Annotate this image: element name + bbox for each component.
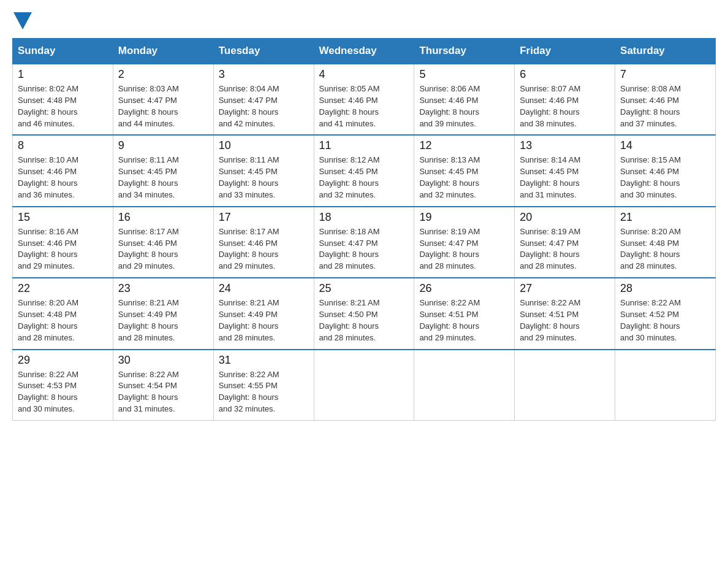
day-info: Sunrise: 8:02 AMSunset: 4:48 PMDaylight:… [18,83,108,129]
day-info: Sunrise: 8:04 AMSunset: 4:47 PMDaylight:… [219,83,309,129]
calendar-day-cell: 31Sunrise: 8:22 AMSunset: 4:55 PMDayligh… [213,350,314,421]
calendar-day-cell [615,350,716,421]
day-number: 3 [219,68,309,81]
weekday-header-thursday: Thursday [414,39,515,64]
day-info: Sunrise: 8:03 AMSunset: 4:47 PMDaylight:… [118,83,208,129]
calendar-day-cell: 21Sunrise: 8:20 AMSunset: 4:48 PMDayligh… [615,207,716,278]
day-info: Sunrise: 8:16 AMSunset: 4:46 PMDaylight:… [18,226,108,272]
day-info: Sunrise: 8:20 AMSunset: 4:48 PMDaylight:… [620,226,710,272]
calendar-day-cell: 11Sunrise: 8:12 AMSunset: 4:45 PMDayligh… [314,135,414,206]
weekday-header-wednesday: Wednesday [314,39,414,64]
calendar-day-cell: 15Sunrise: 8:16 AMSunset: 4:46 PMDayligh… [13,207,113,278]
day-number: 30 [118,354,208,367]
calendar-day-cell: 20Sunrise: 8:19 AMSunset: 4:47 PMDayligh… [515,207,615,278]
calendar-day-cell: 6Sunrise: 8:07 AMSunset: 4:46 PMDaylight… [515,64,615,135]
calendar-day-cell: 25Sunrise: 8:21 AMSunset: 4:50 PMDayligh… [314,278,414,349]
calendar-day-cell: 1Sunrise: 8:02 AMSunset: 4:48 PMDaylight… [13,64,113,135]
day-info: Sunrise: 8:22 AMSunset: 4:53 PMDaylight:… [18,369,108,415]
logo [12,12,32,32]
day-number: 17 [219,211,309,224]
day-number: 20 [520,211,610,224]
day-info: Sunrise: 8:21 AMSunset: 4:49 PMDaylight:… [219,297,309,343]
weekday-header-saturday: Saturday [615,39,716,64]
day-info: Sunrise: 8:06 AMSunset: 4:46 PMDaylight:… [419,83,509,129]
day-info: Sunrise: 8:22 AMSunset: 4:51 PMDaylight:… [520,297,610,343]
day-info: Sunrise: 8:22 AMSunset: 4:55 PMDaylight:… [219,369,309,415]
day-info: Sunrise: 8:21 AMSunset: 4:50 PMDaylight:… [319,297,409,343]
weekday-header-sunday: Sunday [13,39,113,64]
day-number: 22 [18,282,108,295]
calendar-day-cell [414,350,515,421]
calendar-day-cell: 30Sunrise: 8:22 AMSunset: 4:54 PMDayligh… [113,350,213,421]
day-info: Sunrise: 8:12 AMSunset: 4:45 PMDaylight:… [319,155,409,201]
day-number: 26 [419,282,509,295]
day-info: Sunrise: 8:19 AMSunset: 4:47 PMDaylight:… [419,226,509,272]
day-number: 31 [219,354,309,367]
calendar-day-cell: 12Sunrise: 8:13 AMSunset: 4:45 PMDayligh… [414,135,515,206]
day-info: Sunrise: 8:07 AMSunset: 4:46 PMDaylight:… [520,83,610,129]
day-number: 7 [620,68,710,81]
calendar-day-cell: 9Sunrise: 8:11 AMSunset: 4:45 PMDaylight… [113,135,213,206]
day-number: 15 [18,211,108,224]
day-number: 12 [419,139,509,152]
calendar-day-cell [314,350,414,421]
calendar-day-cell: 2Sunrise: 8:03 AMSunset: 4:47 PMDaylight… [113,64,213,135]
calendar-day-cell: 27Sunrise: 8:22 AMSunset: 4:51 PMDayligh… [515,278,615,349]
calendar-day-cell: 17Sunrise: 8:17 AMSunset: 4:46 PMDayligh… [213,207,314,278]
day-info: Sunrise: 8:17 AMSunset: 4:46 PMDaylight:… [219,226,309,272]
svg-marker-0 [13,12,32,29]
calendar-day-cell: 16Sunrise: 8:17 AMSunset: 4:46 PMDayligh… [113,207,213,278]
calendar-day-cell: 5Sunrise: 8:06 AMSunset: 4:46 PMDaylight… [414,64,515,135]
day-number: 9 [118,139,208,152]
weekday-header-tuesday: Tuesday [213,39,314,64]
day-number: 24 [219,282,309,295]
calendar-day-cell: 7Sunrise: 8:08 AMSunset: 4:46 PMDaylight… [615,64,716,135]
day-number: 16 [118,211,208,224]
calendar-day-cell: 26Sunrise: 8:22 AMSunset: 4:51 PMDayligh… [414,278,515,349]
day-number: 10 [219,139,309,152]
day-number: 21 [620,211,710,224]
calendar-week-row: 1Sunrise: 8:02 AMSunset: 4:48 PMDaylight… [13,64,716,135]
calendar-day-cell: 19Sunrise: 8:19 AMSunset: 4:47 PMDayligh… [414,207,515,278]
day-number: 28 [620,282,710,295]
day-info: Sunrise: 8:22 AMSunset: 4:54 PMDaylight:… [118,369,208,415]
calendar-day-cell: 13Sunrise: 8:14 AMSunset: 4:45 PMDayligh… [515,135,615,206]
calendar-week-row: 15Sunrise: 8:16 AMSunset: 4:46 PMDayligh… [13,207,716,278]
calendar-day-cell: 22Sunrise: 8:20 AMSunset: 4:48 PMDayligh… [13,278,113,349]
day-info: Sunrise: 8:21 AMSunset: 4:49 PMDaylight:… [118,297,208,343]
calendar-day-cell: 8Sunrise: 8:10 AMSunset: 4:46 PMDaylight… [13,135,113,206]
calendar-week-row: 22Sunrise: 8:20 AMSunset: 4:48 PMDayligh… [13,278,716,349]
day-info: Sunrise: 8:14 AMSunset: 4:45 PMDaylight:… [520,155,610,201]
day-info: Sunrise: 8:08 AMSunset: 4:46 PMDaylight:… [620,83,710,129]
day-number: 25 [319,282,409,295]
day-info: Sunrise: 8:11 AMSunset: 4:45 PMDaylight:… [219,155,309,201]
calendar-day-cell: 28Sunrise: 8:22 AMSunset: 4:52 PMDayligh… [615,278,716,349]
day-info: Sunrise: 8:22 AMSunset: 4:51 PMDaylight:… [419,297,509,343]
day-number: 6 [520,68,610,81]
day-info: Sunrise: 8:05 AMSunset: 4:46 PMDaylight:… [319,83,409,129]
day-info: Sunrise: 8:20 AMSunset: 4:48 PMDaylight:… [18,297,108,343]
calendar-day-cell: 4Sunrise: 8:05 AMSunset: 4:46 PMDaylight… [314,64,414,135]
day-number: 8 [18,139,108,152]
page-header [12,12,716,32]
day-number: 13 [520,139,610,152]
day-number: 18 [319,211,409,224]
day-number: 29 [18,354,108,367]
calendar-day-cell [515,350,615,421]
weekday-header-monday: Monday [113,39,213,64]
day-info: Sunrise: 8:10 AMSunset: 4:46 PMDaylight:… [18,155,108,201]
calendar-day-cell: 23Sunrise: 8:21 AMSunset: 4:49 PMDayligh… [113,278,213,349]
calendar-day-cell: 29Sunrise: 8:22 AMSunset: 4:53 PMDayligh… [13,350,113,421]
calendar-day-cell: 14Sunrise: 8:15 AMSunset: 4:46 PMDayligh… [615,135,716,206]
weekday-header-friday: Friday [515,39,615,64]
logo-triangle-icon [13,12,32,29]
calendar-table: SundayMondayTuesdayWednesdayThursdayFrid… [12,38,716,421]
day-number: 4 [319,68,409,81]
calendar-header-row: SundayMondayTuesdayWednesdayThursdayFrid… [13,39,716,64]
day-info: Sunrise: 8:11 AMSunset: 4:45 PMDaylight:… [118,155,208,201]
day-number: 5 [419,68,509,81]
calendar-day-cell: 18Sunrise: 8:18 AMSunset: 4:47 PMDayligh… [314,207,414,278]
day-number: 27 [520,282,610,295]
day-number: 1 [18,68,108,81]
calendar-day-cell: 10Sunrise: 8:11 AMSunset: 4:45 PMDayligh… [213,135,314,206]
